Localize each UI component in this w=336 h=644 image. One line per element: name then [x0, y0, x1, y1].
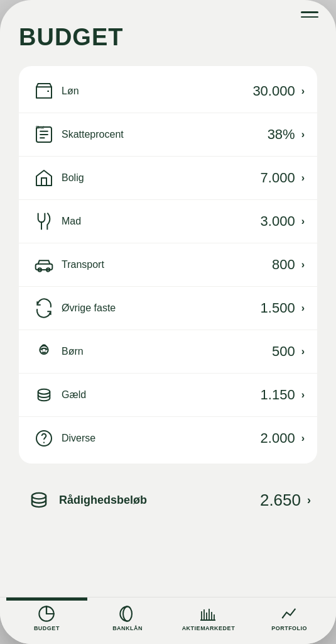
coins-icon: [31, 382, 57, 408]
bottom-nav: BUDGET BANKLÅN AKTIEMARKEDET: [0, 597, 336, 644]
label-bolig: Bolig: [62, 172, 261, 184]
label-skat: Skatteprocent: [62, 129, 268, 140]
label-gaeld: Gæld: [62, 389, 261, 401]
label-born: Børn: [62, 346, 272, 357]
chevron-skat: ›: [301, 129, 305, 140]
list-item-bolig[interactable]: Bolig 7.000 ›: [19, 157, 317, 200]
list-item-ovrige[interactable]: Øvrige faste 1.500 ›: [19, 287, 317, 330]
refresh-icon: [31, 296, 57, 321]
summary-row[interactable]: Rådighedsbeløb 2.650 ›: [19, 476, 317, 524]
house-icon: [31, 165, 57, 191]
nav-banklan[interactable]: BANKLÅN: [87, 605, 168, 631]
chevron-diverse: ›: [301, 433, 305, 444]
summary-value: 2.650: [260, 491, 301, 510]
baby-icon: [31, 339, 57, 364]
value-diverse: 2.000: [261, 430, 295, 447]
summary-chevron: ›: [307, 494, 311, 507]
question-icon: [31, 426, 57, 451]
hamburger-menu[interactable]: [301, 11, 318, 18]
nav-budget[interactable]: BUDGET: [6, 597, 87, 631]
chevron-lon: ›: [301, 86, 305, 97]
chevron-mad: ›: [301, 216, 305, 227]
chevron-born: ›: [301, 346, 305, 357]
chevron-transport: ›: [301, 259, 305, 270]
label-ovrige: Øvrige faste: [62, 303, 261, 314]
car-icon: [31, 252, 57, 277]
svg-point-13: [43, 442, 45, 443]
list-item-skat[interactable]: Skat Skatteprocent 38% ›: [19, 113, 317, 157]
list-item-born[interactable]: Børn 500 ›: [19, 330, 317, 374]
nav-portfolio-label: PORTFOLIO: [271, 625, 307, 631]
list-item-mad[interactable]: Mad 3.000 ›: [19, 200, 317, 243]
budget-list-card: Løn 30.000 › Skat Skatteprocent 38%: [19, 66, 317, 464]
chevron-bolig: ›: [301, 172, 305, 184]
value-mad: 3.000: [261, 213, 295, 230]
nav-aktiemarkedet-label: AKTIEMARKEDET: [182, 625, 236, 631]
svg-point-11: [38, 389, 50, 394]
value-bolig: 7.000: [261, 170, 295, 186]
list-item-lon[interactable]: Løn 30.000 ›: [19, 70, 317, 113]
value-ovrige: 1.500: [261, 300, 295, 316]
svg-point-10: [45, 349, 46, 350]
label-diverse: Diverse: [62, 433, 261, 444]
label-transport: Transport: [62, 259, 272, 270]
nav-budget-label: BUDGET: [34, 625, 60, 631]
food-icon: [31, 209, 57, 234]
value-lon: 30.000: [252, 83, 295, 99]
value-born: 500: [272, 343, 295, 360]
label-lon: Løn: [62, 86, 252, 97]
main-content: BUDGET Løn 30.000 › S: [0, 18, 336, 597]
tax-icon: Skat: [31, 122, 57, 147]
nav-banklan-label: BANKLÅN: [112, 625, 143, 631]
summary-label: Rådighedsbeløb: [59, 494, 260, 507]
phone-frame: BUDGET Løn 30.000 › S: [0, 0, 336, 644]
chevron-ovrige: ›: [301, 303, 305, 314]
value-gaeld: 1.150: [261, 387, 295, 403]
status-bar: [0, 0, 336, 18]
chevron-gaeld: ›: [301, 389, 305, 401]
list-item-transport[interactable]: Transport 800 ›: [19, 243, 317, 287]
label-mad: Mad: [62, 216, 261, 227]
svg-point-14: [32, 493, 46, 499]
svg-text:Skat: Skat: [36, 125, 44, 130]
wallet-icon: [31, 79, 57, 104]
list-item-diverse[interactable]: Diverse 2.000 ›: [19, 417, 317, 460]
value-skat: 38%: [268, 126, 295, 143]
nav-aktiemarkedet[interactable]: AKTIEMARKEDET: [168, 605, 249, 631]
svg-point-9: [41, 349, 43, 350]
list-item-gaeld[interactable]: Gæld 1.150 ›: [19, 374, 317, 417]
value-transport: 800: [272, 257, 295, 273]
page-title: BUDGET: [19, 24, 317, 51]
nav-portfolio[interactable]: PORTFOLIO: [249, 605, 330, 631]
summary-coins-icon: [25, 486, 53, 514]
